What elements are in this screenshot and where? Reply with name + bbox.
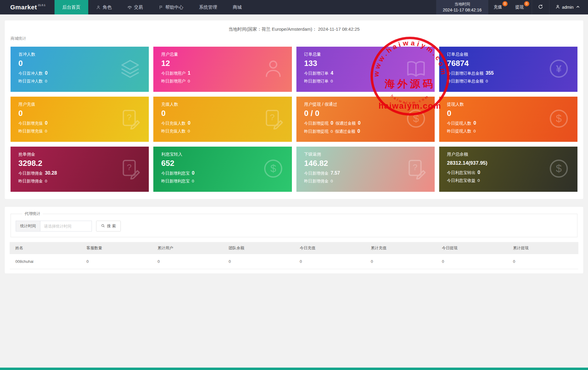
agent-value-cell: 0 bbox=[294, 254, 365, 269]
svg-text:$: $ bbox=[556, 113, 561, 124]
stat-line-label: 今日新增佣金 bbox=[304, 171, 329, 176]
stat-card: 首冲人数0今日首冲人数0昨日首冲人数0 bbox=[11, 47, 149, 92]
doc-edit-icon: ? bbox=[119, 158, 141, 181]
local-time-label: 当地时间 bbox=[454, 1, 470, 7]
stat-card-title: 用户总量 bbox=[161, 52, 284, 57]
nav-item-label: 系统管理 bbox=[199, 5, 217, 10]
recharge-badge: 0 bbox=[502, 1, 508, 6]
stat-line-label: 昨日新增提现 bbox=[304, 129, 329, 134]
svg-text:$: $ bbox=[413, 113, 419, 124]
agent-table-header: 团队余额 bbox=[223, 242, 294, 254]
stat-card: 用户总量12今日新增用户1昨日新增用户0 bbox=[153, 47, 292, 92]
agent-value-cell: 0 bbox=[436, 254, 507, 269]
nav-item-roles[interactable]: 角色 bbox=[88, 0, 120, 14]
stat-line-value: 0 bbox=[474, 120, 476, 126]
local-time-block: 当地时间 2024-11-17 08:42:16 bbox=[436, 0, 488, 14]
stat-line-label: 今日提现人数 bbox=[447, 121, 471, 126]
stat-line-label: 昨日新增用户 bbox=[161, 79, 186, 84]
dollar-circle-icon: $ bbox=[405, 108, 427, 131]
nav-item-help-center[interactable]: 帮助中心 bbox=[151, 0, 191, 14]
agent-table-header: 累计提现 bbox=[507, 242, 578, 254]
stat-line-label: 假通过金额 bbox=[335, 121, 356, 126]
user-menu[interactable]: admin bbox=[549, 0, 588, 14]
stat-line-value: 1 bbox=[188, 70, 190, 76]
agent-stats-panel: 代理统计 统计时间 搜 索 姓名客服数量累计用户团队余额今日充值累计充值今日提现… bbox=[5, 207, 583, 273]
stat-time-input[interactable] bbox=[40, 221, 92, 232]
flag-icon bbox=[159, 5, 163, 10]
stat-line-value: 0 bbox=[331, 120, 333, 126]
recharge-button[interactable]: 充值0 bbox=[488, 0, 510, 14]
nav-item-label: 帮助中心 bbox=[165, 5, 183, 10]
stat-line-label: 昨日首冲人数 bbox=[18, 79, 43, 84]
stat-line-value: 0 bbox=[192, 170, 195, 176]
stat-line-label: 昨日新增订单总金额 bbox=[447, 79, 484, 84]
mall-stats-panel: 当地时间(国家：荷兰 Europe/Amsterdam)： 2024-11-17… bbox=[5, 20, 583, 199]
stat-line-label: 昨日新增订单 bbox=[304, 79, 329, 84]
search-icon bbox=[101, 224, 105, 229]
agent-table-header: 今日提现 bbox=[436, 242, 507, 254]
stat-line-value: 0 bbox=[45, 120, 48, 126]
search-button-label: 搜 索 bbox=[107, 223, 116, 229]
dollar-circle-icon: $ bbox=[548, 158, 570, 181]
withdraw-label: 提现 bbox=[515, 5, 524, 10]
stat-card-title: 充值人数 bbox=[161, 102, 284, 107]
person-icon bbox=[262, 58, 284, 81]
stat-card-title: 下级返佣 bbox=[304, 152, 427, 157]
stat-line-value: 0 bbox=[477, 170, 480, 175]
agent-table-body: 008chuhai0000000 bbox=[10, 254, 578, 269]
recharge-label: 充值 bbox=[494, 5, 502, 10]
stat-line-label: 昨日新增利息宝 bbox=[161, 179, 190, 184]
agent-name-cell: 008chuhai bbox=[10, 254, 81, 269]
top-navbar: Gmarket 21.0.1 后台首页角色交易帮助中心系统管理商城 当地时间 2… bbox=[0, 0, 588, 14]
nav-item-system[interactable]: 系统管理 bbox=[191, 0, 225, 14]
doc-edit-icon: ? bbox=[262, 108, 284, 131]
agent-value-cell: 0 bbox=[365, 254, 436, 269]
navbar-right: 当地时间 2024-11-17 08:42:16 充值0提现0 admin bbox=[436, 0, 588, 14]
stat-line-value: 355 bbox=[486, 70, 494, 76]
refresh-button[interactable] bbox=[532, 0, 549, 14]
stat-line-label: 今日利息宝转出 bbox=[447, 170, 476, 176]
agent-table-header: 今日充值 bbox=[294, 242, 365, 254]
withdraw-button[interactable]: 提现0 bbox=[510, 0, 532, 14]
nav-item-home[interactable]: 后台首页 bbox=[55, 0, 88, 14]
stat-card-title: 抢单佣金 bbox=[18, 152, 141, 157]
agent-legend: 代理统计 bbox=[22, 211, 43, 216]
stat-card: 订单总量133今日新增订单4昨日新增订单0 bbox=[296, 47, 435, 92]
nav-item-mall[interactable]: 商城 bbox=[225, 0, 250, 14]
withdraw-badge: 0 bbox=[524, 1, 529, 6]
stat-line-label: 昨日新增佣金 bbox=[304, 179, 329, 184]
refresh-icon bbox=[538, 4, 543, 11]
nav-menu: 后台首页角色交易帮助中心系统管理商城 bbox=[55, 0, 250, 14]
dollar-circle-icon: $ bbox=[262, 158, 284, 181]
username: admin bbox=[562, 5, 574, 10]
stat-line-value: 0 bbox=[45, 79, 47, 83]
stat-line-value: 0 bbox=[188, 120, 190, 126]
scales-icon bbox=[127, 5, 132, 10]
stat-line-value: 0 bbox=[192, 179, 194, 183]
nav-actions: 充值0提现0 bbox=[488, 0, 532, 14]
stat-card-title: 用户总余额 bbox=[447, 152, 570, 157]
stat-line-value: 0 bbox=[45, 70, 48, 76]
stat-card-title: 用户提现 / 假通过 bbox=[304, 102, 427, 107]
stat-card: 充值人数0今日充值人数0昨日充值人数0? bbox=[153, 97, 292, 142]
bottom-accent-bar bbox=[0, 368, 588, 370]
agent-table-header: 客服数量 bbox=[81, 242, 152, 254]
stat-line-label: 今日新增利息宝 bbox=[161, 171, 190, 176]
agent-table-header-row: 姓名客服数量累计用户团队余额今日充值累计充值今日提现累计提现 bbox=[10, 242, 578, 254]
nav-item-trade[interactable]: 交易 bbox=[120, 0, 151, 14]
stat-line-label: 今日新增用户 bbox=[161, 71, 186, 76]
svg-text:?: ? bbox=[270, 112, 275, 122]
local-time-line: 当地时间(国家：荷兰 Europe/Amsterdam)： 2024-11-17… bbox=[11, 26, 577, 32]
stat-card-title: 用户充值 bbox=[18, 102, 141, 107]
doc-edit-icon: ? bbox=[405, 158, 427, 181]
search-button[interactable]: 搜 索 bbox=[96, 221, 121, 232]
chevron-up-icon bbox=[576, 5, 580, 10]
stat-line-label: 假通过金额 bbox=[335, 129, 355, 134]
agent-value-cell: 0 bbox=[152, 254, 223, 269]
stat-line-label: 今日新增订单 bbox=[304, 71, 329, 76]
stat-card: 下级返佣146.82今日新增佣金7.57昨日新增佣金0? bbox=[296, 147, 435, 192]
section-title: 商城统计 bbox=[11, 36, 577, 41]
person-icon bbox=[96, 5, 101, 10]
stat-line-label: 今日充值人数 bbox=[161, 121, 186, 126]
stat-line-label: 今日新增订单总金额 bbox=[447, 71, 484, 76]
